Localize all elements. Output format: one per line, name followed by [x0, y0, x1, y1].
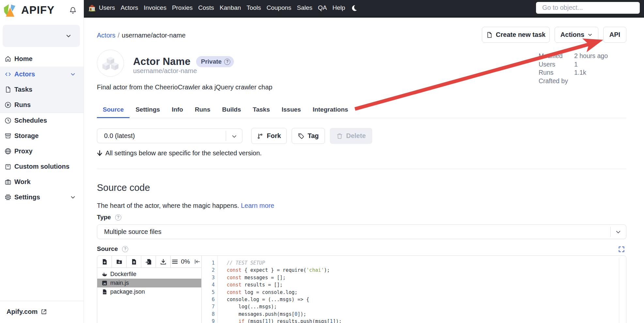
file-row-main-js[interactable]: JS main.js: [97, 279, 201, 287]
docker-icon: [102, 271, 107, 277]
topnav-item-kanban[interactable]: Kanban: [220, 4, 241, 11]
dark-mode-moon-icon[interactable]: [351, 5, 358, 11]
type-select[interactable]: Multiple source files: [97, 224, 626, 239]
type-field-row: Type ?: [97, 214, 121, 221]
storage-box-icon: [5, 132, 11, 139]
gutter-divider: [217, 256, 218, 323]
topnav-item-coupons[interactable]: Coupons: [267, 4, 291, 11]
sidebar-item-work[interactable]: Work: [0, 174, 84, 190]
list-icon: [172, 258, 178, 265]
learn-more-link[interactable]: Learn more: [241, 202, 274, 209]
tag-button[interactable]: Tag: [292, 128, 325, 144]
tab-builds[interactable]: Builds: [216, 102, 247, 118]
file-name: package.json: [110, 288, 145, 295]
sidebar-item-label: Proxy: [14, 147, 33, 155]
tab-source[interactable]: Source: [97, 102, 130, 118]
help-question-icon[interactable]: ?: [224, 59, 230, 65]
tab-settings[interactable]: Settings: [130, 102, 166, 118]
tab-tasks[interactable]: Tasks: [247, 102, 276, 118]
sidebar-item-label: Schedules: [14, 117, 47, 124]
topnav-item-help[interactable]: Help: [332, 4, 345, 11]
upload-file-button[interactable]: [127, 256, 141, 268]
code-line: 2const { expect } = require('chai');: [202, 267, 626, 274]
topnav-item-invoices[interactable]: Invoices: [144, 4, 166, 11]
new-folder-button[interactable]: [112, 256, 127, 268]
meta-label: Runs: [539, 69, 574, 77]
create-new-task-button[interactable]: Create new task: [482, 27, 550, 43]
sidebar-item-proxy[interactable]: Proxy: [0, 144, 84, 159]
topnav-item-costs[interactable]: Costs: [198, 4, 214, 11]
code-editor[interactable]: 1// TEST SETUP 2const { expect } = requi…: [202, 256, 626, 323]
code-line: 3const messages = [];: [202, 274, 626, 281]
topnav-item-tools[interactable]: Tools: [247, 4, 261, 11]
actions-dropdown-button[interactable]: Actions: [555, 27, 598, 43]
meta-label: Crafted by: [539, 77, 574, 85]
document-icon: [5, 86, 11, 93]
editor-scrollbar[interactable]: [619, 258, 619, 323]
delete-button[interactable]: Delete: [330, 128, 372, 144]
apify-com-label: Apify.com: [7, 308, 38, 315]
download-button[interactable]: [156, 256, 171, 268]
sidebar-item-tasks[interactable]: Tasks: [0, 82, 84, 97]
file-row-package-json[interactable]: </> package.json: [97, 287, 201, 296]
main-content: Actors/username/actor-name Create new ta…: [84, 18, 644, 323]
new-folder-icon: [116, 259, 122, 265]
fullscreen-expand-icon[interactable]: [618, 246, 625, 253]
bar-arrow-left-icon[interactable]: [194, 258, 200, 265]
select-divider: [226, 131, 226, 141]
apify-logo[interactable]: APIFY: [3, 3, 54, 17]
home-emoji-icon[interactable]: [88, 4, 96, 12]
private-badge: Private ?: [196, 56, 234, 67]
help-question-icon[interactable]: ?: [122, 246, 128, 252]
go-to-object-search-input[interactable]: [536, 2, 640, 14]
topnav-item-proxies[interactable]: Proxies: [172, 4, 192, 11]
topnav-item-qa[interactable]: QA: [318, 4, 327, 11]
sidebar-item-runs[interactable]: Runs: [0, 97, 84, 113]
tab-info[interactable]: Info: [166, 102, 189, 118]
topbar-links: Users Actors Invoices Proxies Costs Kanb…: [99, 4, 345, 11]
chevron-down-icon: [70, 71, 76, 77]
tab-integrations[interactable]: Integrations: [307, 102, 354, 118]
actions-label: Actions: [560, 31, 584, 38]
apify-com-link[interactable]: Apify.com: [7, 308, 47, 315]
sidebar-item-custom-solutions[interactable]: Custom solutions: [0, 159, 84, 174]
api-button[interactable]: API: [603, 27, 626, 43]
breadcrumb-actors-link[interactable]: Actors: [97, 32, 115, 39]
briefcase-icon: [5, 178, 11, 185]
code-brackets-icon: [5, 71, 11, 78]
sidebar-item-settings[interactable]: Settings: [0, 190, 84, 205]
type-select-value: Multiple source files: [104, 228, 161, 236]
tab-runs[interactable]: Runs: [189, 102, 216, 118]
import-file-button[interactable]: [141, 256, 156, 268]
sidebar-item-home[interactable]: Home: [0, 51, 84, 67]
line-number: 4: [202, 281, 217, 288]
line-number: 8: [202, 311, 217, 318]
code-line: 7 log(...msgs);: [202, 303, 626, 310]
fork-button[interactable]: Fork: [251, 128, 287, 144]
help-question-icon[interactable]: ?: [115, 214, 121, 221]
notifications-bell-icon[interactable]: [69, 7, 77, 14]
topnav-item-sales[interactable]: Sales: [297, 4, 313, 11]
sidebar-nav: Home Actors Tasks Runs: [0, 51, 84, 205]
topnav-item-users[interactable]: Users: [99, 4, 115, 11]
sidebar-item-actors[interactable]: Actors: [0, 67, 84, 82]
file-row-dockerfile[interactable]: Dockerfile: [97, 270, 201, 279]
sidebar-item-storage[interactable]: Storage: [0, 128, 84, 144]
tab-issues[interactable]: Issues: [276, 102, 307, 118]
chevron-down-icon: [66, 33, 71, 39]
account-switcher[interactable]: [3, 25, 80, 47]
new-file-button[interactable]: [97, 256, 112, 268]
external-link-icon: [41, 309, 47, 315]
version-select[interactable]: 0.0 (latest): [97, 129, 242, 143]
topnav-item-actors[interactable]: Actors: [121, 4, 138, 11]
actor-description: Final actor from the CheerioCrawler aka …: [97, 84, 272, 91]
create-new-task-label: Create new task: [496, 31, 545, 38]
sidebar-item-schedules[interactable]: Schedules: [0, 113, 84, 128]
play-circle-icon: [5, 101, 11, 108]
sidebar-item-label: Custom solutions: [14, 163, 69, 170]
fork-label: Fork: [267, 132, 281, 140]
sidebar-actors-group: Actors Tasks Runs: [0, 67, 84, 113]
new-file-icon: [101, 259, 108, 265]
globe-icon: [5, 148, 11, 155]
source-code-description-text: The heart of the actor, where the magic …: [97, 202, 239, 209]
